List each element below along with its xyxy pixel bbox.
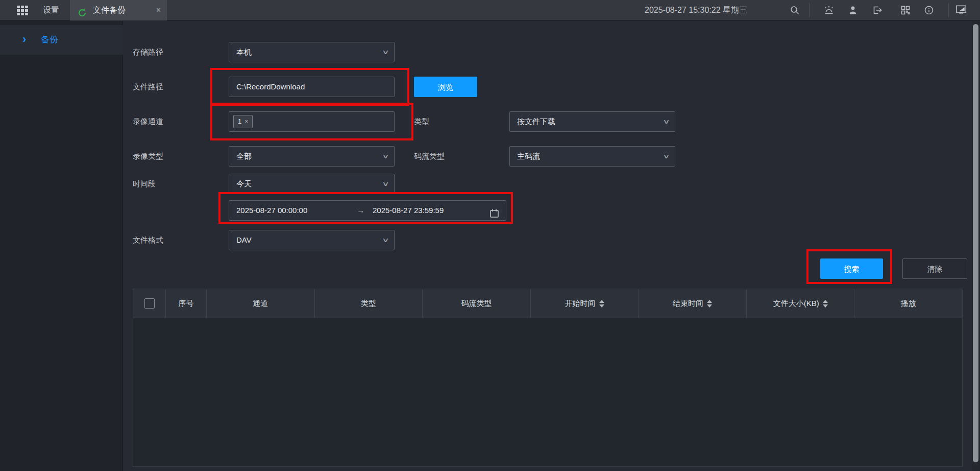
chevron-right-icon: › [22, 25, 26, 55]
titlebar-divider [809, 3, 810, 17]
table-body-empty [133, 318, 962, 467]
datetime-display: 2025-08-27 15:30:22 星期三 [645, 0, 747, 20]
user-icon[interactable] [847, 5, 859, 16]
select-all-checkbox[interactable] [144, 298, 155, 309]
table-header: 序号 通道 类型 码流类型 开始时间 结束时间 文件大小(KB) [133, 289, 962, 318]
file-path-input[interactable]: C:\RecordDownload [229, 77, 395, 97]
chevron-down-icon: ∨ [382, 42, 389, 62]
calendar-icon[interactable] [489, 206, 499, 216]
file-backup-screen: 设置 文件备份 × 2025-08-27 15:30:22 星期三 [0, 0, 980, 471]
chevron-down-icon: ∨ [663, 147, 670, 166]
chevron-down-icon: ∨ [382, 174, 389, 194]
record-type-label: 录像类型 [133, 146, 163, 167]
scrollbar-track[interactable] [972, 21, 980, 471]
stream-type-label: 码流类型 [414, 146, 445, 167]
browse-button[interactable]: 浏览 [414, 77, 477, 97]
sort-icon[interactable] [823, 300, 828, 308]
start-time-value: 2025-08-27 00:00:00 [236, 201, 307, 220]
alarm-icon[interactable] [823, 5, 835, 16]
chevron-down-icon: ∨ [663, 112, 670, 131]
record-type-select[interactable]: 全部 ∨ [229, 146, 395, 167]
titlebar-divider [948, 3, 949, 17]
range-arrow-icon: → [357, 201, 364, 220]
storage-path-select[interactable]: 本机 ∨ [229, 42, 395, 62]
apps-grid-icon[interactable] [17, 6, 29, 15]
column-header-start-time: 开始时间 [531, 289, 639, 318]
file-format-select[interactable]: DAV ∨ [229, 230, 395, 250]
refresh-icon [77, 5, 87, 15]
info-icon[interactable] [923, 5, 935, 16]
column-header-end-time: 结束时间 [639, 289, 747, 318]
sort-icon[interactable] [707, 300, 712, 308]
download-type-label: 类型 [414, 111, 429, 132]
stream-type-select[interactable]: 主码流 ∨ [509, 146, 675, 167]
column-header-channel: 通道 [207, 289, 315, 318]
chevron-down-icon: ∨ [382, 230, 389, 250]
time-period-select[interactable]: 今天 ∨ [229, 174, 395, 194]
logout-icon[interactable] [872, 5, 883, 16]
qr-code-icon[interactable] [900, 5, 911, 16]
column-header-play: 播放 [854, 289, 962, 318]
end-time-value: 2025-08-27 23:59:59 [373, 201, 444, 220]
tab-file-backup[interactable]: 文件备份 × [70, 0, 167, 20]
monitor-icon[interactable] [955, 4, 967, 15]
search-icon[interactable] [789, 5, 800, 16]
search-button[interactable]: 搜索 [820, 258, 883, 279]
sidebar-item-backup[interactable]: › 备份 [0, 25, 122, 55]
time-range-input[interactable]: 2025-08-27 00:00:00 → 2025-08-27 23:59:5… [229, 200, 506, 221]
results-table: 序号 通道 类型 码流类型 开始时间 结束时间 文件大小(KB) [133, 289, 963, 467]
record-channel-label: 录像通道 [133, 111, 163, 132]
storage-path-label: 存储路径 [133, 42, 163, 62]
column-header-index: 序号 [166, 289, 207, 318]
settings-menu[interactable]: 设置 [43, 0, 59, 20]
tag-remove-icon[interactable]: × [244, 118, 248, 125]
download-type-select[interactable]: 按文件下载 ∨ [509, 111, 675, 132]
channel-tag[interactable]: 1× [233, 115, 253, 128]
select-all-cell [133, 289, 166, 318]
chevron-down-icon: ∨ [382, 147, 389, 166]
sidebar: › 备份 [0, 21, 122, 471]
scrollbar-thumb[interactable] [973, 24, 978, 462]
file-path-label: 文件路径 [133, 77, 163, 97]
record-channel-input[interactable]: 1× [229, 111, 395, 132]
column-header-stream-type: 码流类型 [423, 289, 531, 318]
clear-button[interactable]: 清除 [902, 258, 967, 279]
file-format-label: 文件格式 [133, 230, 163, 250]
titlebar: 设置 文件备份 × 2025-08-27 15:30:22 星期三 [0, 0, 980, 20]
sidebar-item-label: 备份 [41, 25, 58, 55]
time-period-label: 时间段 [133, 174, 156, 194]
column-header-type: 类型 [315, 289, 423, 318]
close-icon[interactable]: × [156, 0, 161, 20]
tab-title: 文件备份 [93, 0, 126, 20]
sort-icon[interactable] [599, 300, 604, 308]
column-header-file-size: 文件大小(KB) [747, 289, 855, 318]
